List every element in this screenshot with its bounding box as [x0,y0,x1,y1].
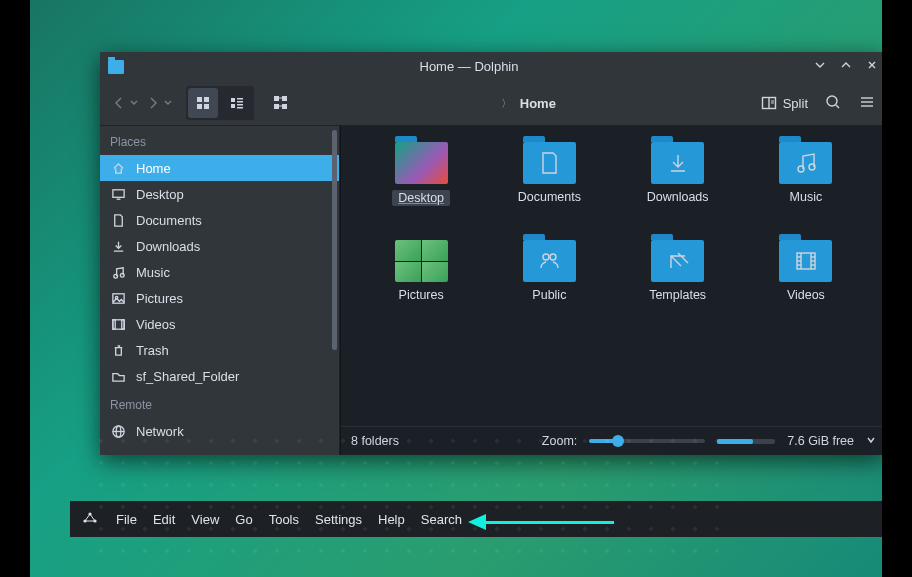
dolphin-window: Home — Dolphin 〉 Home [100,52,882,455]
item-count: 8 folders [351,434,399,448]
sidebar-item-home[interactable]: Home [100,155,339,181]
svg-rect-25 [112,189,123,197]
svg-rect-1 [204,97,209,102]
sidebar-item-downloads[interactable]: Downloads [100,233,339,259]
svg-rect-5 [237,98,243,100]
svg-point-40 [550,254,556,260]
icon-view-button[interactable] [188,88,218,118]
folder-documents[interactable]: Documents [487,140,611,236]
sidebar-item-documents[interactable]: Documents [100,207,339,233]
folder-label: Videos [787,288,825,302]
document-icon [110,212,126,228]
menu-tools[interactable]: Tools [269,512,299,527]
folder-templates[interactable]: Templates [616,238,740,334]
window-title: Home — Dolphin [132,59,806,74]
zoom-slider[interactable] [589,439,705,443]
zoom-label: Zoom: [542,434,577,448]
sidebar-item-label: Pictures [136,291,183,306]
sidebar-item-network[interactable]: Network [100,418,339,444]
maximize-button[interactable] [840,59,852,74]
app-launcher-icon[interactable] [80,509,100,529]
sidebar-item-trash[interactable]: Trash [100,337,339,363]
forward-button[interactable] [144,94,162,112]
compact-view-button[interactable] [222,88,252,118]
sharedfolder-icon [110,368,126,384]
back-button[interactable] [110,94,128,112]
sidebar-item-videos[interactable]: Videos [100,311,339,337]
svg-rect-7 [231,104,235,108]
menu-edit[interactable]: Edit [153,512,175,527]
folder-label: Downloads [647,190,709,204]
sidebar-item-label: Documents [136,213,202,228]
svg-rect-13 [282,104,287,109]
desktop-background: Home — Dolphin 〉 Home [30,0,882,577]
sidebar-scrollbar[interactable] [332,130,337,350]
details-view-button[interactable] [266,88,296,118]
close-button[interactable] [866,59,878,74]
breadcrumb[interactable]: 〉 Home [304,96,753,111]
menu-view[interactable]: View [191,512,219,527]
desktop-folder-icon [395,142,448,184]
folder-label: Desktop [392,190,450,206]
folder-pictures[interactable]: Pictures [359,238,483,334]
svg-point-28 [120,273,124,277]
breadcrumb-chevron-icon: 〉 [501,96,512,111]
svg-rect-3 [204,104,209,109]
status-dropdown[interactable] [866,434,876,448]
sidebar-item-music[interactable]: Music [100,259,339,285]
sidebar-item-label: Downloads [136,239,200,254]
annotation-arrow [468,514,614,530]
svg-rect-11 [274,104,279,109]
forward-dropdown[interactable] [164,99,172,107]
home-icon [110,160,126,176]
svg-rect-0 [197,97,202,102]
folder-label: Documents [518,190,581,204]
menu-search[interactable]: Search [421,512,462,527]
folder-downloads[interactable]: Downloads [616,140,740,236]
file-view[interactable]: DesktopDocumentsDownloadsMusicPicturesPu… [340,126,882,455]
menu-help[interactable]: Help [378,512,405,527]
folder-label: Music [790,190,823,204]
folder-videos[interactable]: Videos [744,238,868,334]
svg-point-52 [93,519,96,522]
svg-rect-12 [282,96,287,101]
svg-point-39 [543,254,549,260]
split-label: Split [783,96,808,111]
menu-button[interactable] [858,93,876,114]
breadcrumb-home[interactable]: Home [520,96,556,111]
search-button[interactable] [824,93,842,114]
download-folder-icon [651,142,704,184]
back-dropdown[interactable] [130,99,138,107]
svg-rect-8 [237,104,243,106]
svg-line-53 [85,514,90,521]
sidebar-item-label: Trash [136,343,169,358]
sidebar-item-label: Videos [136,317,176,332]
svg-rect-32 [112,319,114,328]
folder-music[interactable]: Music [744,140,868,236]
split-button[interactable]: Split [761,95,808,111]
svg-line-54 [90,514,95,521]
document-folder-icon [523,142,576,184]
music-icon [110,264,126,280]
disk-usage-bar[interactable] [717,439,775,444]
toolbar: 〉 Home Split [100,81,882,126]
menu-file[interactable]: File [116,512,137,527]
svg-point-35 [116,425,121,436]
view-mode-group [186,86,254,120]
templates-folder-icon [651,240,704,282]
sidebar-item-pictures[interactable]: Pictures [100,285,339,311]
folder-public[interactable]: Public [487,238,611,334]
pictures-icon [110,290,126,306]
sidebar-item-sf-shared-folder[interactable]: sf_Shared_Folder [100,363,339,389]
sidebar-item-label: Desktop [136,187,184,202]
places-panel: Places HomeDesktopDocumentsDownloadsMusi… [100,126,340,455]
sidebar-item-label: sf_Shared_Folder [136,369,239,384]
download-icon [110,238,126,254]
minimize-button[interactable] [814,59,826,74]
sidebar-item-desktop[interactable]: Desktop [100,181,339,207]
menu-settings[interactable]: Settings [315,512,362,527]
titlebar[interactable]: Home — Dolphin [100,52,882,81]
folder-desktop[interactable]: Desktop [359,140,483,236]
menu-go[interactable]: Go [235,512,252,527]
folder-label: Templates [649,288,706,302]
